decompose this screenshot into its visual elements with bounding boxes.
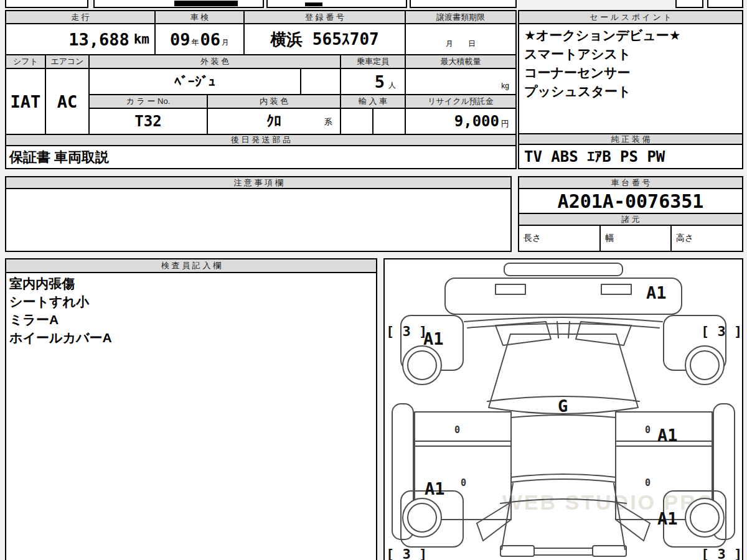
clipped-cell	[707, 0, 743, 8]
recycle-deposit-value: 9,000円	[406, 109, 515, 135]
specs-header: 諸 元	[519, 214, 742, 226]
later-parts-header: 後 日 発 送 部 品	[6, 135, 515, 146]
inspector-note-item: ホイールカバーA	[9, 329, 373, 347]
tire-depth-front-right: [ 3 ]	[701, 324, 742, 339]
max-load-header: 最大積載量	[406, 55, 515, 69]
caution-notes-header: 注 意 事 項 欄	[6, 177, 510, 189]
door-handle-front-right: 0	[645, 424, 651, 436]
later-parts-value: 保証書 車両取説	[6, 146, 515, 168]
sales-points-header: セ ー ル ス ポ イ ン ト	[519, 11, 742, 24]
interior-color-suffix: 系	[324, 116, 332, 128]
color-no-header: カ ラ ー No.	[90, 95, 208, 109]
sales-point-item: ★オークションデビュー★	[524, 26, 737, 45]
watermark: WEB STUDIO PRO	[502, 490, 715, 514]
sales-points-list: ★オークションデビュー★ スマートアシスト コーナーセンサー プッシュスタート	[519, 24, 742, 133]
chassis-specs-box: 車 台 番 号 A201A-0076351 諸 元 長さ 幅 高さ	[518, 176, 743, 252]
clipped-cell	[410, 0, 517, 8]
capacity-header: 乗車定員	[341, 55, 406, 69]
exterior-color-extra	[301, 69, 341, 95]
inspector-note-item: シートすれ小	[9, 292, 373, 310]
transfer-docs-value: 月 日	[406, 24, 515, 55]
damage-mark-right-door: A1	[657, 426, 678, 445]
spec-width-label: 幅	[601, 226, 672, 251]
damage-mark-left-rear-door: A1	[425, 479, 445, 498]
clipped-cell	[266, 0, 407, 8]
tire-depth-rear-right: [ 3 ]	[701, 546, 742, 560]
damage-mark-windshield: G	[558, 396, 568, 416]
recycle-deposit-header: リサイクル預託金	[406, 95, 515, 109]
shaken-value: 09年06月	[156, 24, 245, 55]
exterior-color-value: ﾍﾞｰｼﾞｭ	[90, 69, 301, 95]
import-car-value-1	[341, 109, 374, 135]
mileage-value: 13,688km	[6, 24, 156, 55]
caution-notes-box: 注 意 事 項 欄	[5, 176, 512, 252]
chassis-header: 車 台 番 号	[519, 177, 742, 189]
import-car-header: 輸 入 車	[341, 95, 406, 109]
equipment-header: 純 正 装 備	[519, 133, 742, 145]
clipped-cell	[675, 0, 703, 8]
vehicle-info-table: 走 行 車 検 登 録 番 号 譲渡書類期限 13,688km 09年06月 横…	[5, 10, 517, 169]
max-load-value: kg	[406, 69, 515, 95]
mileage-header: 走 行	[6, 11, 156, 24]
transfer-docs-header: 譲渡書類期限	[406, 11, 515, 24]
exterior-color-header: 外 装 色	[90, 55, 341, 69]
spec-length-label: 長さ	[519, 226, 601, 251]
import-car-value-2	[374, 109, 406, 135]
clipped-cell	[93, 0, 264, 8]
color-no-value: T32	[90, 109, 208, 135]
sales-point-item: プッシュスタート	[524, 82, 737, 101]
car-diagram-svg: WEB STUDIO PRO	[385, 259, 742, 560]
car-damage-diagram: WEB STUDIO PRO	[383, 258, 743, 560]
tire-depth-rear-left: [ 3 ]	[386, 546, 427, 560]
inspector-note-item: 室内内張傷	[9, 274, 373, 292]
equipment-value: TV ABS ｴｱB PS PW	[519, 145, 742, 168]
inspector-note-item: ミラーA	[9, 310, 373, 329]
door-handle-rear-right: 0	[645, 477, 651, 488]
door-handle-rear-left: 0	[461, 477, 466, 488]
capacity-value: 5人	[341, 69, 406, 95]
registration-header: 登 録 番 号	[245, 11, 406, 24]
sales-point-item: スマートアシスト	[524, 45, 737, 63]
sales-point-item: コーナーセンサー	[524, 63, 737, 82]
door-handle-front-left: 0	[454, 424, 460, 436]
sales-points-box: セ ー ル ス ポ イ ン ト ★オークションデビュー★ スマートアシスト コー…	[518, 10, 743, 169]
spec-height-label: 高さ	[672, 226, 742, 251]
tire-depth-front-left: [ 3 ]	[386, 324, 427, 339]
chassis-value: A201A-0076351	[519, 189, 742, 214]
aircon-header: エアコン	[46, 55, 90, 69]
damage-mark-right-rear-quarter: A1	[657, 509, 678, 528]
interior-color-header: 内 装 色	[208, 95, 341, 109]
damage-mark-left-front-fender: A1	[423, 329, 444, 348]
damage-mark-front-bumper: A1	[646, 283, 667, 302]
inspector-notes-header: 検 査 員 記 入 欄	[6, 259, 376, 273]
shift-value: IAT	[6, 69, 46, 135]
registration-value: 横浜 565ｽ707	[245, 24, 406, 55]
inspector-notes-box: 検 査 員 記 入 欄 室内内張傷 シートすれ小 ミラーA ホイールカバーA	[5, 258, 377, 560]
shaken-header: 車 検	[156, 11, 245, 24]
aircon-value: AC	[46, 69, 90, 135]
interior-color-value: ｸﾛ 系	[208, 109, 341, 135]
clipped-cell	[5, 0, 88, 8]
caution-notes-value	[6, 189, 510, 251]
shift-header: シフト	[6, 55, 46, 69]
inspector-notes-list: 室内内張傷 シートすれ小 ミラーA ホイールカバーA	[6, 273, 376, 348]
auction-sheet: 走 行 車 検 登 録 番 号 譲渡書類期限 13,688km 09年06月 横…	[0, 0, 747, 560]
